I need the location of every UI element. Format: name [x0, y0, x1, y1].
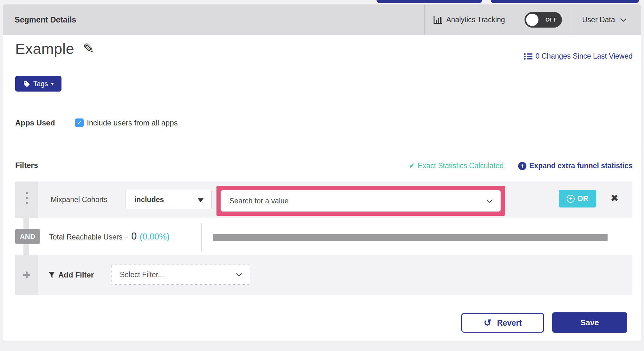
total-reachable-count: 0	[131, 231, 137, 242]
revert-button[interactable]: ↺ Revert	[461, 313, 544, 333]
add-filter-plus-button[interactable]	[15, 255, 38, 295]
total-reachable-prefix: Total Reachable Users =	[49, 233, 129, 241]
analytics-tracking-toggle[interactable]: OFF	[525, 12, 562, 28]
add-filter-group: Add Filter	[48, 255, 94, 295]
value-placeholder: Search for a value	[229, 190, 289, 211]
add-filter-row: Add Filter Select Filter...	[15, 255, 632, 295]
header-bar: Segment Details Analytics Tracking	[3, 4, 641, 35]
value-select[interactable]: Search for a value	[221, 190, 501, 212]
chevron-down-icon	[486, 199, 493, 203]
total-reachable-users: Total Reachable Users = 0 (0.00%)	[49, 231, 170, 242]
list-icon	[524, 53, 532, 60]
apps-used-label: Apps Used	[15, 118, 55, 127]
drag-dots-icon	[26, 192, 28, 207]
bar-chart-icon	[433, 16, 442, 24]
include-all-apps-checkbox[interactable]: ✓	[75, 118, 84, 127]
vertical-divider	[201, 223, 202, 252]
exact-statistics-label: Exact Statistics Calculated	[418, 162, 504, 170]
exact-statistics-status: ✔ Exact Statistics Calculated	[409, 162, 504, 170]
expand-funnel-statistics-label: Expand extra funnel statistics	[529, 162, 633, 170]
revert-button-label: Revert	[497, 318, 522, 328]
plus-circle-icon: +	[518, 162, 526, 170]
funnel-icon	[48, 271, 55, 278]
reachable-users-progress-bar	[213, 234, 608, 241]
save-button-label: Save	[580, 318, 599, 327]
edit-pencil-icon[interactable]: ✎	[83, 41, 94, 56]
operator-value: includes	[134, 190, 164, 209]
filter-row: Mixpanel Cohorts includes Search for a v…	[15, 182, 632, 218]
changes-link-text: 0 Changes Since Last Viewed	[536, 52, 633, 61]
highlight-ring: Search for a value	[216, 186, 505, 216]
chevron-down-icon	[620, 18, 627, 22]
analytics-tracking-label: Analytics Tracking	[446, 16, 505, 24]
operator-select[interactable]: includes	[125, 190, 212, 209]
segment-details-card: Segment Details Analytics Tracking	[3, 4, 641, 341]
select-filter-placeholder: Select Filter...	[120, 265, 164, 284]
or-button-label: OR	[577, 195, 589, 203]
top-nav-button-partial-left[interactable]	[377, 0, 482, 3]
plus-circle-icon: +	[567, 195, 575, 203]
chevron-down-icon	[236, 273, 242, 277]
changes-since-last-viewed-link[interactable]: 0 Changes Since Last Viewed	[524, 52, 633, 61]
select-filter-dropdown[interactable]: Select Filter...	[111, 265, 250, 285]
page-root: Segment Details Analytics Tracking	[0, 0, 644, 351]
filters-status-row: ✔ Exact Statistics Calculated + Expand e…	[409, 162, 633, 170]
section-divider	[3, 150, 641, 150]
add-filter-label: Add Filter	[58, 271, 94, 279]
user-data-label: User Data	[582, 16, 615, 24]
and-badge: AND	[15, 229, 40, 244]
undo-icon: ↺	[484, 318, 491, 328]
analytics-tracking-group: Analytics Tracking	[433, 4, 505, 35]
checkmark-icon: ✓	[77, 119, 82, 126]
plus-icon	[23, 271, 30, 278]
caret-down-icon: ▾	[51, 81, 54, 87]
toggle-state-label: OFF	[545, 12, 557, 28]
expand-funnel-statistics-link[interactable]: + Expand extra funnel statistics	[518, 162, 633, 170]
segment-name: Example	[15, 40, 74, 57]
remove-filter-button[interactable]: ✖	[610, 193, 619, 203]
caret-down-icon	[197, 198, 204, 202]
section-divider	[3, 306, 641, 306]
toggle-knob	[526, 14, 538, 26]
filters-heading: Filters	[15, 161, 38, 170]
section-divider	[3, 101, 641, 101]
check-icon: ✔	[409, 162, 415, 170]
header-divider	[572, 4, 572, 35]
user-data-menu[interactable]: User Data	[582, 4, 627, 35]
header-divider	[424, 4, 425, 35]
save-button[interactable]: Save	[552, 312, 627, 333]
tags-button-label: Tags	[33, 80, 48, 88]
filter-field-label: Mixpanel Cohorts	[51, 182, 107, 218]
tags-button[interactable]: Tags ▾	[15, 76, 61, 92]
drag-handle[interactable]	[15, 182, 38, 218]
page-title: Segment Details	[15, 4, 76, 35]
total-reachable-percent: (0.00%)	[139, 232, 170, 242]
tag-icon	[23, 80, 30, 87]
include-all-apps-label: Include users from all apps	[87, 118, 178, 127]
top-nav-button-partial-right[interactable]	[491, 0, 639, 3]
add-or-condition-button[interactable]: + OR	[559, 190, 596, 207]
